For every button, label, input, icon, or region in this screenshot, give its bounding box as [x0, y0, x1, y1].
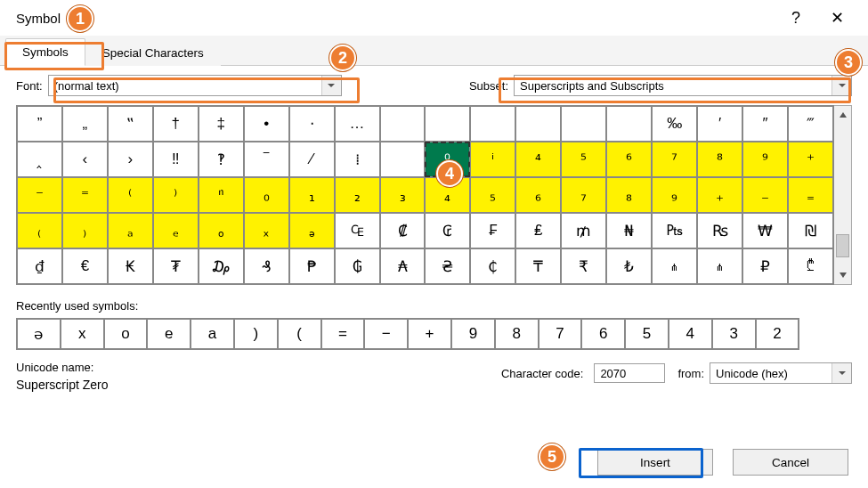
symbol-cell[interactable]: ⁞ — [335, 142, 380, 177]
symbol-cell[interactable]: ₢ — [425, 213, 470, 248]
symbol-cell[interactable]: ₩ — [742, 213, 788, 248]
symbol-cell[interactable]: ₤ — [515, 213, 561, 248]
recent-cell[interactable]: ə — [17, 319, 61, 349]
symbol-cell[interactable]: ‸ — [17, 142, 62, 177]
symbol-cell[interactable]: ⁻ — [17, 177, 62, 213]
symbol-cell[interactable]: ⁺ — [788, 142, 833, 177]
recent-cell[interactable]: o — [104, 319, 148, 349]
symbol-cell[interactable]: ‼ — [153, 142, 199, 177]
font-combo[interactable]: (normal text) — [48, 75, 342, 96]
cancel-button[interactable]: Cancel — [733, 449, 848, 476]
symbol-cell[interactable]: ⁵ — [561, 142, 606, 177]
symbol-cell[interactable]: ₔ — [289, 213, 335, 248]
symbol-cell[interactable]: ₋ — [742, 177, 788, 213]
symbol-cell[interactable]: ₫ — [17, 248, 62, 284]
symbol-cell[interactable]: ₭ — [108, 248, 153, 284]
recent-cell[interactable]: + — [408, 319, 451, 349]
symbol-cell[interactable]: ₴ — [425, 248, 470, 284]
symbol-cell[interactable]: ⁾ — [153, 177, 199, 213]
symbol-cell[interactable]: ₺ — [606, 248, 652, 284]
symbol-cell[interactable]: ⁷ — [652, 142, 697, 177]
symbol-cell[interactable]: ₍ — [17, 213, 62, 248]
symbol-cell[interactable]: ₁ — [289, 177, 335, 213]
symbol-cell[interactable]: ₒ — [199, 213, 244, 248]
symbol-cell[interactable]: ⁽ — [108, 177, 153, 213]
symbol-grid[interactable]: ”„‟†‡•‧… ‰′″‴‸‹›‼‽‾⁄⁞ ⁰ⁱ⁴⁵⁶⁷⁸⁹⁺⁻⁼⁽⁾ⁿ₀₁₂₃… — [16, 105, 834, 285]
symbol-cell[interactable]: † — [153, 106, 199, 142]
symbol-cell[interactable]: ⁼ — [62, 177, 108, 213]
subset-combo[interactable]: Superscripts and Subscripts — [514, 75, 852, 96]
symbol-cell[interactable]: ₦ — [606, 213, 652, 248]
symbol-cell[interactable]: ₆ — [515, 177, 561, 213]
scroll-thumb[interactable] — [836, 234, 849, 257]
scroll-down-icon[interactable] — [834, 266, 851, 284]
symbol-cell[interactable]: „ — [62, 106, 108, 142]
recent-cell[interactable]: 6 — [581, 319, 625, 349]
tab-symbols[interactable]: Symbols — [5, 38, 85, 66]
symbol-cell[interactable]: ₲ — [335, 248, 380, 284]
symbol-cell[interactable]: ⁴ — [515, 142, 561, 177]
symbol-cell[interactable]: ₓ — [244, 213, 289, 248]
recent-cell[interactable]: − — [364, 319, 408, 349]
recent-cell[interactable]: e — [147, 319, 191, 349]
close-button[interactable]: ✕ — [816, 0, 857, 36]
recent-cell[interactable]: 5 — [625, 319, 669, 349]
symbol-cell[interactable]: ‴ — [788, 106, 833, 142]
symbol-cell[interactable] — [606, 106, 652, 142]
symbol-cell[interactable]: ₥ — [561, 213, 606, 248]
char-code-input[interactable]: 2070 — [594, 363, 665, 383]
symbol-cell[interactable]: ₣ — [470, 213, 515, 248]
symbol-cell[interactable]: ₰ — [244, 248, 289, 284]
recent-cell[interactable]: a — [191, 319, 234, 349]
symbol-cell[interactable]: ₊ — [697, 177, 742, 213]
symbol-cell[interactable]: › — [108, 142, 153, 177]
symbol-cell[interactable]: ₼ — [697, 248, 742, 284]
recent-cell[interactable]: 7 — [539, 319, 582, 349]
symbol-cell[interactable]: ₇ — [561, 177, 606, 213]
symbol-cell[interactable]: ′ — [697, 106, 742, 142]
symbol-cell[interactable] — [470, 106, 515, 142]
symbol-cell[interactable]: ₐ — [108, 213, 153, 248]
symbol-cell[interactable]: ‹ — [62, 142, 108, 177]
symbol-cell[interactable]: ₡ — [380, 213, 426, 248]
symbol-cell[interactable]: • — [244, 106, 289, 142]
recent-cell[interactable]: 9 — [451, 319, 495, 349]
symbol-cell[interactable]: ₅ — [470, 177, 515, 213]
symbol-cell[interactable]: ₸ — [515, 248, 561, 284]
symbol-cell[interactable]: ₳ — [380, 248, 426, 284]
recent-cell[interactable]: x — [61, 319, 104, 349]
insert-button[interactable]: Insert — [597, 449, 713, 476]
symbol-cell[interactable]: ₧ — [652, 213, 697, 248]
symbol-cell[interactable]: ₉ — [652, 177, 697, 213]
symbol-cell[interactable]: ₮ — [153, 248, 199, 284]
symbol-cell[interactable]: ‰ — [652, 106, 697, 142]
symbol-cell[interactable]: ₼ — [652, 248, 697, 284]
symbol-cell[interactable]: ‟ — [108, 106, 153, 142]
recent-cell[interactable]: 4 — [669, 319, 712, 349]
symbol-cell[interactable]: ‾ — [244, 142, 289, 177]
symbol-cell[interactable]: ⁿ — [199, 177, 244, 213]
symbol-cell[interactable]: ″ — [742, 106, 788, 142]
recent-cell[interactable]: ( — [278, 319, 321, 349]
symbol-cell[interactable]: ⁸ — [697, 142, 742, 177]
symbol-cell[interactable]: ₑ — [153, 213, 199, 248]
symbol-cell[interactable]: ₵ — [470, 248, 515, 284]
symbol-cell[interactable]: ₀ — [244, 177, 289, 213]
symbol-cell[interactable]: ₱ — [289, 248, 335, 284]
symbol-cell[interactable]: € — [62, 248, 108, 284]
symbol-cell[interactable]: ₨ — [697, 213, 742, 248]
recent-cell[interactable]: 3 — [712, 319, 756, 349]
symbol-cell[interactable]: ‡ — [199, 106, 244, 142]
symbol-cell[interactable]: ” — [17, 106, 62, 142]
scroll-up-icon[interactable] — [834, 106, 851, 124]
symbol-cell[interactable]: ₌ — [788, 177, 833, 213]
symbol-cell[interactable]: ₃ — [380, 177, 426, 213]
symbol-cell[interactable] — [380, 106, 426, 142]
help-button[interactable]: ? — [775, 0, 816, 36]
symbol-cell[interactable]: … — [335, 106, 380, 142]
symbol-cell[interactable] — [561, 106, 606, 142]
symbol-cell[interactable]: ⁄ — [289, 142, 335, 177]
symbol-cell[interactable]: ₈ — [606, 177, 652, 213]
tab-special-characters[interactable]: Special Characters — [85, 39, 221, 66]
recent-cell[interactable]: = — [321, 319, 365, 349]
